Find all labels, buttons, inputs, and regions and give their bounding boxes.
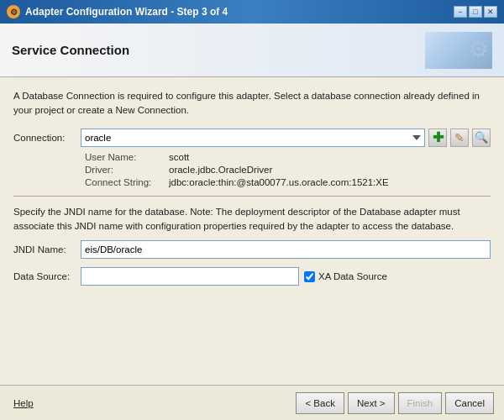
datasource-input[interactable] [81,267,299,286]
navigation-buttons: < Back Next > Finish Cancel [296,392,494,414]
connect-string-label: Connect String: [85,177,169,187]
datasource-label: Data Source: [13,271,81,281]
back-button[interactable]: < Back [296,392,344,414]
jndi-name-label: JNDI Name: [13,244,81,255]
driver-label: Driver: [85,165,169,175]
description-text: A Database Connection is required to con… [13,89,491,118]
header: Service Connection ⚙ [0,24,504,77]
add-connection-button[interactable]: ✚ [428,129,447,147]
xa-datasource-label[interactable]: XA Data Source [304,271,387,282]
close-button[interactable]: ✕ [484,6,497,18]
connection-label: Connection: [13,133,81,143]
gear-icon: ⚙ [468,35,489,63]
driver-value: oracle.jdbc.OracleDriver [169,165,272,175]
search-connection-button[interactable]: 🔍 [472,129,491,147]
xa-datasource-text: XA Data Source [318,271,387,281]
finish-button[interactable]: Finish [398,392,443,414]
window-title: Adapter Configuration Wizard - Step 3 of… [25,6,449,18]
connection-info-block: User Name: scott Driver: oracle.jdbc.Ora… [85,152,491,187]
bottom-bar: Help < Back Next > Finish Cancel [0,385,504,420]
header-logo: ⚙ [425,32,492,69]
window-controls: − □ ✕ [454,6,497,18]
separator [13,196,491,197]
next-button[interactable]: Next > [348,392,395,414]
username-row: User Name: scott [85,152,491,162]
cancel-button[interactable]: Cancel [445,392,494,414]
username-label: User Name: [85,152,169,162]
jndi-section: Specify the JNDI name for the database. … [13,205,491,286]
driver-row: Driver: oracle.jdbc.OracleDriver [85,165,491,175]
minimize-button[interactable]: − [454,6,467,18]
edit-connection-button[interactable]: ✎ [450,129,469,147]
window-icon: ⚙ [7,5,20,18]
jndi-description: Specify the JNDI name for the database. … [13,205,491,234]
connect-string-row: Connect String: jdbc:oracle:thin:@sta000… [85,177,491,187]
jndi-name-row: JNDI Name: [13,240,491,259]
datasource-row: Data Source: XA Data Source [13,267,491,286]
page-title: Service Connection [12,43,129,57]
connection-row: Connection: oracle ✚ ✎ 🔍 [13,129,491,147]
content-area: A Database Connection is required to con… [0,77,504,385]
username-value: scott [169,152,189,162]
title-bar: ⚙ Adapter Configuration Wizard - Step 3 … [0,0,504,24]
help-button[interactable]: Help [10,392,37,414]
xa-datasource-checkbox[interactable] [304,271,315,282]
maximize-button[interactable]: □ [469,6,482,18]
jndi-name-input[interactable] [81,240,491,259]
connect-string-value: jdbc:oracle:thin:@sta00077.us.oracle.com… [169,177,389,187]
connection-select[interactable]: oracle [81,129,425,147]
